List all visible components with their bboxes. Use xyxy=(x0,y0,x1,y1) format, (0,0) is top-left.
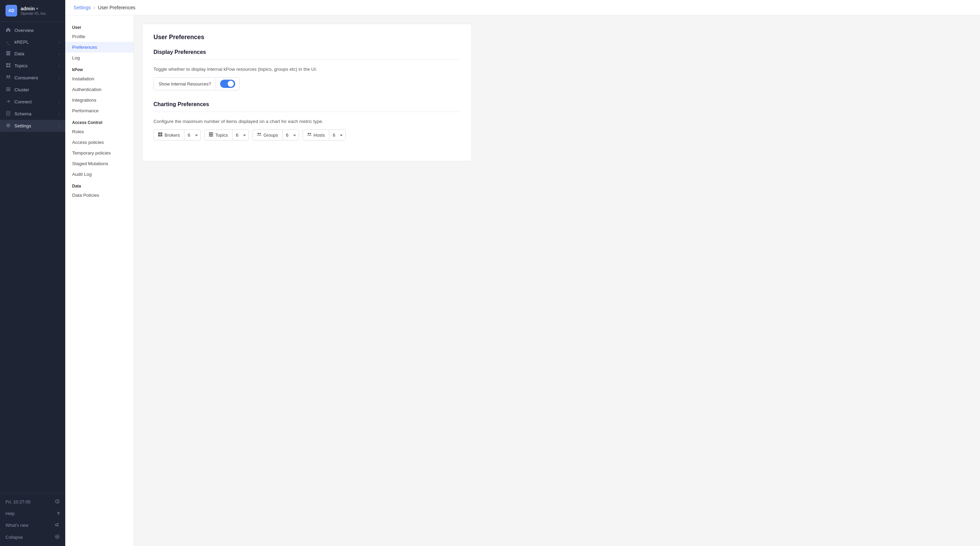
settings-nav-temporary-policies[interactable]: Temporary policies xyxy=(65,148,134,158)
settings-icon xyxy=(5,123,11,129)
settings-nav-audit-log[interactable]: Audit Log xyxy=(65,169,134,180)
topics-chart-icon xyxy=(209,132,213,138)
svg-point-26 xyxy=(258,133,259,134)
clock-icon xyxy=(55,499,60,505)
svg-rect-19 xyxy=(158,132,161,135)
settings-nav-profile[interactable]: Profile xyxy=(65,31,134,42)
data-section-header: Data xyxy=(65,180,134,190)
settings-nav-roles[interactable]: Roles xyxy=(65,126,134,137)
settings-nav-preferences[interactable]: Preferences xyxy=(65,42,134,53)
sidebar-footer-help[interactable]: Help ? xyxy=(0,508,65,519)
svg-rect-20 xyxy=(161,132,162,135)
settings-nav-data-policies[interactable]: Data Policies xyxy=(65,190,134,201)
sidebar-nav: Overview ›_ kREPL › Data › xyxy=(0,22,65,493)
sidebar-item-label: Overview xyxy=(14,28,33,33)
svg-point-29 xyxy=(309,133,311,134)
sidebar-item-connect[interactable]: Connect › xyxy=(0,96,65,108)
sidebar-item-label: Connect xyxy=(14,99,32,104)
connect-icon xyxy=(5,99,11,105)
page-title: User Preferences xyxy=(153,33,460,41)
sidebar-item-schema[interactable]: Schema › xyxy=(0,108,65,120)
topbar: Settings › User Preferences xyxy=(65,0,980,16)
content-card: User Preferences Display Preferences Tog… xyxy=(142,24,472,161)
svg-rect-2 xyxy=(6,54,10,55)
settings-nav-authentication[interactable]: Authentication xyxy=(65,84,134,95)
content-area: User Profile Preferences Log kPow Instal… xyxy=(65,16,980,546)
charting-divider xyxy=(153,111,460,112)
sidebar-item-label: Settings xyxy=(14,123,31,129)
data-icon xyxy=(5,51,11,57)
avatar: AD xyxy=(5,5,17,16)
sidebar-item-label: Topics xyxy=(14,63,27,68)
krepl-icon: ›_ xyxy=(5,40,11,45)
breadcrumb-separator: › xyxy=(94,5,95,10)
settings-nav-log[interactable]: Log xyxy=(65,53,134,63)
sidebar-item-consumers[interactable]: Consumers › xyxy=(0,72,65,84)
display-divider xyxy=(153,59,460,60)
sidebar-item-label: kREPL xyxy=(14,40,29,45)
settings-nav-installation[interactable]: Installation xyxy=(65,73,134,84)
svg-rect-22 xyxy=(161,135,162,137)
settings-nav-integrations[interactable]: Integrations xyxy=(65,95,134,105)
charting-description: Configure the maximum number of items di… xyxy=(153,119,460,124)
sidebar-item-data[interactable]: Data › xyxy=(0,48,65,60)
sidebar: AD admin ▾ Operatr IO, Inc. Overview ›_ … xyxy=(0,0,65,546)
consumers-icon xyxy=(5,75,11,81)
svg-rect-25 xyxy=(209,135,213,137)
cluster-icon xyxy=(5,87,11,93)
groups-icon xyxy=(257,132,261,138)
sidebar-footer-whats-new[interactable]: What's new xyxy=(0,519,65,531)
access-control-section-header: Access Control xyxy=(65,116,134,126)
display-description: Toggle whether to display internal kPow … xyxy=(153,67,460,72)
hosts-icon xyxy=(307,132,312,138)
svg-rect-5 xyxy=(6,65,8,67)
collapse-icon xyxy=(55,534,60,540)
sidebar-item-settings[interactable]: Settings › xyxy=(0,120,65,132)
sidebar-item-topics[interactable]: Topics › xyxy=(0,60,65,72)
show-internal-resources-toggle[interactable] xyxy=(220,80,235,88)
user-section-header: User xyxy=(65,21,134,31)
breadcrumb-current: User Preferences xyxy=(98,5,135,10)
username[interactable]: admin ▾ xyxy=(21,6,47,11)
sidebar-item-label: Consumers xyxy=(14,75,38,80)
overview-icon xyxy=(5,27,11,33)
brokers-value: 6 xyxy=(185,130,192,140)
sidebar-footer-time: Fri, 10:27:05 xyxy=(0,496,65,508)
hosts-value: 6 xyxy=(329,130,337,140)
breadcrumb-settings-link[interactable]: Settings xyxy=(73,5,91,10)
sidebar-item-label: Data xyxy=(14,51,24,56)
groups-label: Groups xyxy=(253,130,283,140)
chart-controls: Brokers 6 Topics xyxy=(153,129,460,140)
sidebar-header: AD admin ▾ Operatr IO, Inc. xyxy=(0,0,65,22)
schema-icon xyxy=(5,111,11,117)
user-info: admin ▾ Operatr IO, Inc. xyxy=(21,6,47,16)
settings-nav-staged-mutations[interactable]: Staged Mutations xyxy=(65,158,134,169)
sidebar-item-overview[interactable]: Overview xyxy=(0,24,65,37)
svg-point-16 xyxy=(8,125,9,126)
display-preferences-section: Display Preferences Toggle whether to di… xyxy=(153,49,460,90)
topics-dropdown-arrow[interactable] xyxy=(240,131,248,139)
charting-preferences-title: Charting Preferences xyxy=(153,101,460,107)
svg-rect-4 xyxy=(9,63,10,65)
brokers-label: Brokers xyxy=(154,130,185,140)
toggle-switch-wrap[interactable] xyxy=(216,78,239,90)
settings-nav: User Profile Preferences Log kPow Instal… xyxy=(65,16,134,546)
hosts-chart-control: Hosts 6 xyxy=(302,129,346,140)
svg-rect-9 xyxy=(6,88,10,88)
svg-rect-6 xyxy=(9,65,10,67)
svg-rect-24 xyxy=(209,134,213,135)
sidebar-item-label: Cluster xyxy=(14,87,29,92)
sidebar-item-krepl[interactable]: ›_ kREPL › xyxy=(0,37,65,48)
hosts-dropdown-arrow[interactable] xyxy=(337,131,345,139)
svg-rect-10 xyxy=(6,89,10,90)
svg-rect-21 xyxy=(158,135,161,137)
settings-nav-access-policies[interactable]: Access policies xyxy=(65,137,134,148)
brokers-dropdown-arrow[interactable] xyxy=(192,131,200,139)
brokers-chart-control: Brokers 6 xyxy=(153,129,201,140)
svg-point-28 xyxy=(308,133,309,134)
kpow-section-header: kPow xyxy=(65,63,134,73)
sidebar-item-cluster[interactable]: Cluster xyxy=(0,84,65,96)
settings-nav-performance[interactable]: Performance xyxy=(65,105,134,116)
sidebar-footer-collapse[interactable]: Collapse xyxy=(0,531,65,543)
groups-dropdown-arrow[interactable] xyxy=(291,131,299,139)
